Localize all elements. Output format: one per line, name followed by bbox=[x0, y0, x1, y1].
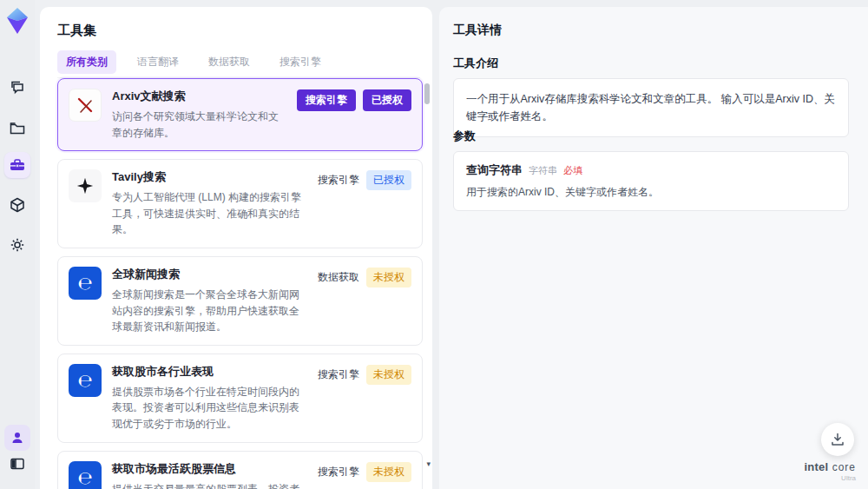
category-tabs: 所有类别语言翻译数据获取搜索引擎 bbox=[57, 52, 420, 78]
globe-e: ℮ bbox=[69, 267, 102, 300]
sidebar-item-tools[interactable] bbox=[4, 152, 30, 178]
sidebar-item-settings[interactable] bbox=[4, 232, 30, 258]
param-card: 查询字符串 字符串 必填 用于搜索的Arxiv ID、关键字或作者姓名。 bbox=[453, 151, 849, 211]
intro-card: 一个用于从Arxiv存储库搜索科学论文和文章的工具。 输入可以是Arxiv ID… bbox=[453, 78, 849, 137]
detail-title: 工具详情 bbox=[453, 23, 502, 38]
tool-name: Tavily搜索 bbox=[112, 169, 304, 185]
collapse-sidebar-icon[interactable] bbox=[4, 451, 30, 477]
brand-core: core bbox=[832, 461, 856, 473]
arxiv-logo bbox=[69, 89, 102, 122]
brand-intel: intel bbox=[804, 460, 828, 473]
tool-description: 提供股票市场各个行业在特定时间段内的表现。投资者可以利用这些信息来识别表现优于或… bbox=[112, 384, 304, 433]
scrollbar[interactable]: ▾ bbox=[424, 80, 430, 480]
page-title: 工具集 bbox=[57, 23, 96, 39]
tool-name: 获取股市各行业表现 bbox=[112, 364, 304, 380]
tool-description: 专为人工智能代理 (LLM) 构建的搜索引擎工具，可快速提供实时、准确和真实的结… bbox=[112, 189, 304, 238]
tool-card[interactable]: ℮ 获取股市各行业表现 提供股票市场各个行业在特定时间段内的表现。投资者可以利用… bbox=[57, 354, 423, 443]
download-icon bbox=[830, 432, 845, 447]
param-description: 用于搜索的Arxiv ID、关键字或作者姓名。 bbox=[466, 185, 836, 200]
tool-category-badge: 数据获取 bbox=[318, 270, 359, 285]
tab-2[interactable]: 数据获取 bbox=[200, 50, 259, 74]
sidebar-item-chat[interactable] bbox=[4, 75, 30, 101]
scrollbar-thumb[interactable] bbox=[424, 83, 430, 104]
tool-description: 全球新闻搜索是一个聚合全球各大新闻网站内容的搜索引擎，帮助用户快速获取全球最新资… bbox=[112, 287, 304, 335]
tool-category-badge: 搜索引擎 bbox=[297, 89, 356, 111]
intel-core-logo: intel core Ultra bbox=[804, 459, 856, 482]
intro-section-title: 工具介绍 bbox=[453, 56, 498, 71]
tool-category-badge: 搜索引擎 bbox=[318, 465, 359, 479]
tool-card[interactable]: Arxiv文献搜索 访问各个研究领域大量科学论文和文章的存储库。 搜索引擎 已授… bbox=[57, 78, 423, 151]
globe-e: ℮ bbox=[69, 461, 102, 489]
tool-auth-badge: 未授权 bbox=[366, 365, 411, 385]
user-avatar[interactable] bbox=[4, 425, 30, 451]
tab-1[interactable]: 语言翻译 bbox=[128, 50, 187, 74]
tool-category-badge: 搜索引擎 bbox=[318, 173, 359, 188]
sidebar-item-files[interactable] bbox=[4, 116, 30, 142]
tool-card[interactable]: Tavily搜索 专为人工智能代理 (LLM) 构建的搜索引擎工具，可快速提供实… bbox=[57, 159, 423, 248]
tab-0[interactable]: 所有类别 bbox=[57, 50, 116, 74]
tool-list: Arxiv文献搜索 访问各个研究领域大量科学论文和文章的存储库。 搜索引擎 已授… bbox=[57, 78, 423, 489]
tool-name: 获取市场最活跃股票信息 bbox=[112, 461, 304, 477]
tavily-star bbox=[69, 169, 102, 202]
intro-text: 一个用于从Arxiv存储库搜索科学论文和文章的工具。 输入可以是Arxiv ID… bbox=[466, 93, 835, 122]
download-button[interactable] bbox=[821, 423, 854, 456]
tool-name: Arxiv文献搜索 bbox=[112, 89, 283, 104]
param-type: 字符串 bbox=[529, 164, 557, 177]
tab-3[interactable]: 搜索引擎 bbox=[271, 50, 330, 74]
tool-category-badge: 搜索引擎 bbox=[318, 367, 359, 382]
scroll-down-icon[interactable]: ▾ bbox=[426, 459, 431, 468]
param-name: 查询字符串 bbox=[466, 162, 523, 178]
param-required-badge: 必填 bbox=[563, 164, 582, 177]
sidebar-item-packages[interactable] bbox=[4, 192, 30, 218]
tool-detail-panel: 工具详情 工具介绍 一个用于从Arxiv存储库搜索科学论文和文章的工具。 输入可… bbox=[439, 7, 868, 489]
icon-rail bbox=[0, 0, 35, 489]
tool-auth-badge: 已授权 bbox=[363, 89, 411, 111]
tool-list-panel: 工具集 所有类别语言翻译数据获取搜索引擎 Arxiv文献搜索 访问各个研究领域大… bbox=[40, 7, 432, 489]
tool-description: 访问各个研究领域大量科学论文和文章的存储库。 bbox=[112, 109, 283, 141]
tool-card[interactable]: ℮ 全球新闻搜索 全球新闻搜索是一个聚合全球各大新闻网站内容的搜索引擎，帮助用户… bbox=[57, 256, 423, 346]
tool-name: 全球新闻搜索 bbox=[112, 267, 304, 282]
app-logo bbox=[5, 7, 30, 35]
tool-auth-badge: 未授权 bbox=[366, 462, 411, 482]
tool-description: 提供当天交易量最高的股票列表，投资者可以利用这些信息来识别流动性强的股票和潜在的… bbox=[112, 481, 304, 489]
globe-e: ℮ bbox=[69, 364, 102, 397]
tool-card[interactable]: ℮ 获取市场最活跃股票信息 提供当天交易量最高的股票列表，投资者可以利用这些信息… bbox=[57, 451, 423, 489]
brand-ultra: Ultra bbox=[804, 475, 856, 483]
tool-auth-badge: 已授权 bbox=[366, 170, 411, 190]
tool-auth-badge: 未授权 bbox=[366, 268, 411, 287]
params-section-title: 参数 bbox=[453, 129, 476, 144]
